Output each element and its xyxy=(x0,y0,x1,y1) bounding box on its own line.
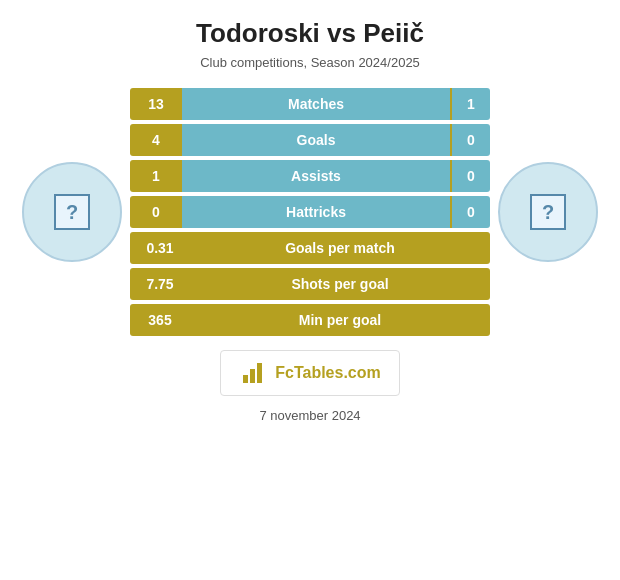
stat-row: 0.31 Goals per match xyxy=(130,232,490,264)
stat-right-value: 0 xyxy=(450,196,490,228)
stat-left-value: 365 xyxy=(130,304,190,336)
stats-table: 13 Matches 1 4 Goals 0 1 Assists 0 0 Hat… xyxy=(130,88,490,336)
stat-left-value: 13 xyxy=(130,88,182,120)
main-section: ? 13 Matches 1 4 Goals 0 1 Assists 0 0 H… xyxy=(0,88,620,336)
right-avatar-placeholder: ? xyxy=(530,194,566,230)
stat-label: Goals xyxy=(182,124,450,156)
stat-row: 0 Hattricks 0 xyxy=(130,196,490,228)
main-container: Todoroski vs Peiič Club competitions, Se… xyxy=(0,0,620,580)
match-title: Todoroski vs Peiič xyxy=(196,18,424,49)
stat-row: 1 Assists 0 xyxy=(130,160,490,192)
stat-right-value: 0 xyxy=(450,160,490,192)
watermark-text: FcTables.com xyxy=(275,364,381,382)
footer-date: 7 november 2024 xyxy=(259,408,360,423)
left-player-avatar: ? xyxy=(22,162,122,262)
fctables-icon xyxy=(239,359,267,387)
stat-row: 13 Matches 1 xyxy=(130,88,490,120)
svg-rect-1 xyxy=(250,369,255,383)
stat-row: 365 Min per goal xyxy=(130,304,490,336)
svg-rect-2 xyxy=(257,363,262,383)
stat-label: Min per goal xyxy=(190,304,490,336)
left-avatar-placeholder: ? xyxy=(54,194,90,230)
watermark-container: FcTables.com xyxy=(220,350,400,396)
stat-right-value: 0 xyxy=(450,124,490,156)
stat-label: Matches xyxy=(182,88,450,120)
stat-label: Shots per goal xyxy=(190,268,490,300)
stat-left-value: 0.31 xyxy=(130,232,190,264)
svg-rect-0 xyxy=(243,375,248,383)
stat-left-value: 0 xyxy=(130,196,182,228)
stat-left-value: 1 xyxy=(130,160,182,192)
stat-left-value: 7.75 xyxy=(130,268,190,300)
match-subtitle: Club competitions, Season 2024/2025 xyxy=(200,55,420,70)
stat-label: Assists xyxy=(182,160,450,192)
right-player-avatar: ? xyxy=(498,162,598,262)
stat-label: Goals per match xyxy=(190,232,490,264)
stat-row: 7.75 Shots per goal xyxy=(130,268,490,300)
stat-right-value: 1 xyxy=(450,88,490,120)
stat-label: Hattricks xyxy=(182,196,450,228)
stat-row: 4 Goals 0 xyxy=(130,124,490,156)
stat-left-value: 4 xyxy=(130,124,182,156)
